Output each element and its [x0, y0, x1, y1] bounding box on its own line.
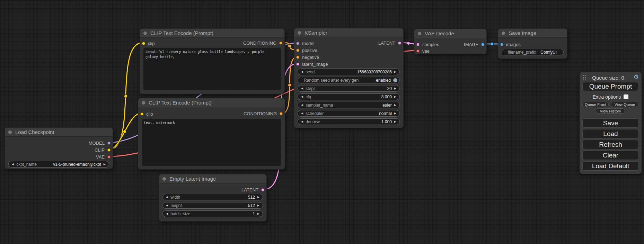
extra-options-checkbox[interactable] — [624, 94, 628, 99]
load-default-button[interactable]: Load Default — [582, 161, 639, 171]
node-empty-latent-image[interactable]: Empty Latent Image LATENT ◀ width 512 ▶ … — [159, 174, 267, 222]
node-header[interactable]: Empty Latent Image — [159, 174, 266, 183]
node-header[interactable]: CLIP Text Encode (Prompt) — [140, 29, 284, 38]
right-arrow-icon[interactable]: ▶ — [394, 87, 396, 90]
right-arrow-icon[interactable]: ▶ — [394, 71, 396, 73]
input-slot-latent-image[interactable]: latent_image — [296, 61, 328, 67]
left-arrow-icon[interactable]: ◀ — [12, 163, 14, 166]
left-arrow-icon[interactable]: ◀ — [301, 96, 303, 98]
node-save-image[interactable]: Save Image images filename_prefix ComfyU… — [498, 28, 567, 59]
output-dot-clip[interactable] — [107, 148, 111, 152]
queue-front-button[interactable]: Queue Front — [582, 102, 609, 107]
collapse-dot-icon[interactable] — [162, 177, 166, 181]
input-dot-model[interactable] — [296, 42, 299, 45]
left-arrow-icon[interactable]: ◀ — [301, 120, 303, 123]
left-arrow-icon[interactable]: ◀ — [301, 87, 303, 90]
save-button[interactable]: Save — [582, 118, 639, 128]
output-dot-image[interactable] — [481, 43, 484, 46]
input-dot-latent-image[interactable] — [296, 63, 299, 66]
view-queue-button[interactable]: View Queue — [611, 102, 639, 107]
input-dot-clip[interactable] — [142, 42, 145, 45]
ckpt-name-widget[interactable]: ◀ ckpt_name v1-5-pruned-emaonly.ckpt ▶ — [8, 161, 109, 168]
input-slot-clip[interactable]: clip — [140, 110, 153, 117]
node-graph-canvas[interactable]: Load Checkpoint MODEL CLIP VAE ◀ ckpt_na… — [0, 0, 644, 244]
output-slot-latent[interactable]: LATENT — [241, 186, 264, 193]
output-dot-latent[interactable] — [398, 42, 401, 45]
clear-button[interactable]: Clear — [582, 151, 639, 160]
denoise-widget[interactable]: ◀ denoise 1.000 ▶ — [298, 118, 400, 125]
positive-prompt-textarea[interactable]: beautiful scenery nature glass bottle la… — [143, 48, 281, 90]
scheduler-widget[interactable]: ◀ scheduler normal ▶ — [298, 110, 400, 117]
refresh-button[interactable]: Refresh — [582, 140, 639, 149]
seed-widget[interactable]: ◀ seed 156680208700286 ▶ — [298, 69, 400, 75]
left-arrow-icon[interactable]: ◀ — [301, 112, 303, 115]
output-dot-conditioning[interactable] — [280, 112, 283, 115]
width-widget[interactable]: ◀ width 512 ▶ — [162, 194, 263, 200]
input-slot-clip[interactable]: clip — [142, 40, 155, 47]
output-dot-conditioning[interactable] — [279, 42, 282, 45]
output-slot-vae[interactable]: VAE — [96, 153, 111, 160]
collapse-dot-icon[interactable] — [502, 31, 505, 35]
left-arrow-icon[interactable]: ◀ — [166, 213, 168, 215]
output-slot-latent[interactable]: LATENT — [378, 39, 401, 46]
output-dot-latent[interactable] — [261, 188, 264, 191]
left-arrow-icon[interactable]: ◀ — [166, 196, 168, 199]
right-arrow-icon[interactable]: ▶ — [394, 104, 396, 107]
collapse-dot-icon[interactable] — [142, 101, 145, 105]
queue-prompt-button[interactable]: Queue Prompt — [582, 82, 639, 91]
left-arrow-icon[interactable]: ◀ — [301, 71, 303, 73]
output-slot-image[interactable]: IMAGE — [464, 41, 484, 48]
collapse-dot-icon[interactable] — [143, 31, 147, 35]
toggle-circle-icon[interactable] — [393, 78, 397, 82]
node-ksampler[interactable]: KSampler model positive negative latent_… — [294, 28, 404, 128]
view-history-button[interactable]: View History — [596, 108, 625, 114]
input-slot-positive[interactable]: positive — [296, 47, 317, 54]
input-dot-clip[interactable] — [140, 112, 143, 116]
node-header[interactable]: Save Image — [498, 29, 567, 38]
filename-prefix-widget[interactable]: filename_prefix ComfyUI — [502, 49, 564, 55]
input-slot-vae[interactable]: vae — [416, 47, 430, 54]
collapse-dot-icon[interactable] — [8, 130, 12, 134]
random-seed-toggle-widget[interactable]: Random seed after every gen enabled — [298, 77, 400, 83]
input-dot-positive[interactable] — [296, 49, 299, 52]
collapse-dot-icon[interactable] — [298, 31, 301, 35]
node-header[interactable]: KSampler — [294, 28, 403, 37]
input-slot-model[interactable]: model — [296, 40, 314, 47]
input-slot-images[interactable]: images — [500, 41, 521, 48]
output-slot-conditioning[interactable]: CONDITIONING — [244, 110, 283, 117]
input-slot-negative[interactable]: negative — [296, 54, 319, 61]
cfg-widget[interactable]: ◀ cfg 8.000 ▶ — [298, 93, 400, 100]
negative-prompt-textarea[interactable]: text, watermark — [142, 119, 281, 166]
node-header[interactable]: CLIP Text Encode (Prompt) — [138, 98, 285, 107]
right-arrow-icon[interactable]: ▶ — [104, 163, 106, 166]
node-vae-decode[interactable]: VAE Decode samples vae IMAGE — [414, 29, 487, 54]
right-arrow-icon[interactable]: ▶ — [257, 204, 259, 207]
sampler-name-widget[interactable]: ◀ sampler_name euler ▶ — [298, 102, 400, 108]
output-slot-clip[interactable]: CLIP — [95, 146, 111, 153]
input-dot-negative[interactable] — [296, 56, 299, 59]
right-arrow-icon[interactable]: ▶ — [257, 213, 259, 215]
input-dot-samples[interactable] — [416, 43, 420, 46]
steps-widget[interactable]: ◀ steps 20 ▶ — [298, 85, 400, 92]
node-clip-text-encode-positive[interactable]: CLIP Text Encode (Prompt) clip CONDITION… — [140, 28, 285, 94]
right-arrow-icon[interactable]: ▶ — [394, 96, 396, 98]
node-header[interactable]: Load Checkpoint — [5, 128, 113, 137]
output-slot-conditioning[interactable]: CONDITIONING — [243, 39, 282, 46]
right-arrow-icon[interactable]: ▶ — [394, 120, 396, 123]
output-dot-model[interactable] — [107, 142, 111, 145]
node-clip-text-encode-negative[interactable]: CLIP Text Encode (Prompt) clip CONDITION… — [138, 98, 285, 170]
right-arrow-icon[interactable]: ▶ — [257, 196, 259, 199]
input-slot-samples[interactable]: samples — [416, 41, 439, 48]
node-header[interactable]: VAE Decode — [414, 29, 486, 38]
output-slot-model[interactable]: MODEL — [89, 139, 111, 146]
output-dot-vae[interactable] — [107, 155, 111, 159]
input-dot-images[interactable] — [500, 43, 503, 46]
node-load-checkpoint[interactable]: Load Checkpoint MODEL CLIP VAE ◀ ckpt_na… — [5, 127, 113, 169]
height-widget[interactable]: ◀ height 512 ▶ — [162, 202, 263, 209]
right-arrow-icon[interactable]: ▶ — [394, 112, 396, 115]
settings-gear-icon[interactable]: ⚙ — [634, 74, 639, 80]
left-arrow-icon[interactable]: ◀ — [166, 204, 168, 207]
collapse-dot-icon[interactable] — [418, 32, 421, 35]
left-arrow-icon[interactable]: ◀ — [301, 104, 303, 107]
load-button[interactable]: Load — [582, 129, 639, 138]
